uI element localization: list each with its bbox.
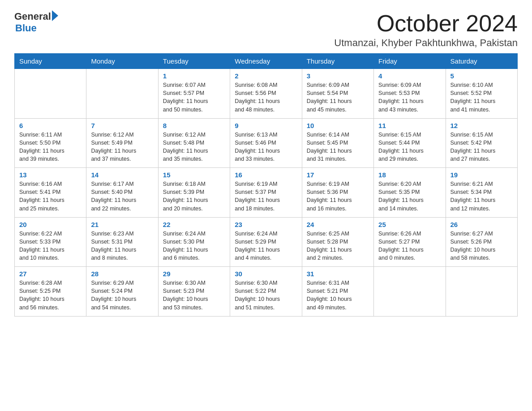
calendar-cell: 15Sunrise: 6:18 AM Sunset: 5:39 PM Dayli… — [158, 168, 230, 218]
calendar-cell: 27Sunrise: 6:28 AM Sunset: 5:25 PM Dayli… — [15, 267, 86, 317]
day-info: Sunrise: 6:09 AM Sunset: 5:53 PM Dayligh… — [378, 81, 441, 114]
day-info: Sunrise: 6:08 AM Sunset: 5:56 PM Dayligh… — [235, 81, 297, 114]
day-number: 19 — [450, 171, 513, 179]
calendar-header-saturday: Saturday — [446, 54, 517, 69]
day-number: 1 — [163, 72, 225, 80]
day-number: 16 — [235, 171, 297, 179]
calendar-cell: 7Sunrise: 6:12 AM Sunset: 5:49 PM Daylig… — [86, 118, 158, 168]
day-number: 29 — [163, 270, 225, 278]
calendar-header-thursday: Thursday — [302, 54, 373, 69]
calendar-cell: 3Sunrise: 6:09 AM Sunset: 5:54 PM Daylig… — [302, 69, 373, 119]
calendar-cell: 22Sunrise: 6:24 AM Sunset: 5:30 PM Dayli… — [158, 217, 230, 267]
calendar-header-friday: Friday — [374, 54, 446, 69]
day-info: Sunrise: 6:12 AM Sunset: 5:48 PM Dayligh… — [163, 131, 225, 163]
calendar-cell: 30Sunrise: 6:30 AM Sunset: 5:22 PM Dayli… — [230, 267, 302, 317]
day-info: Sunrise: 6:24 AM Sunset: 5:30 PM Dayligh… — [163, 230, 225, 262]
calendar-cell: 9Sunrise: 6:13 AM Sunset: 5:46 PM Daylig… — [230, 118, 302, 168]
calendar-cell: 6Sunrise: 6:11 AM Sunset: 5:50 PM Daylig… — [15, 118, 86, 168]
day-number: 14 — [91, 171, 153, 179]
day-info: Sunrise: 6:13 AM Sunset: 5:46 PM Dayligh… — [235, 131, 297, 163]
calendar-header-wednesday: Wednesday — [230, 54, 302, 69]
day-number: 28 — [91, 270, 153, 278]
calendar-header-monday: Monday — [86, 54, 158, 69]
calendar-cell: 31Sunrise: 6:31 AM Sunset: 5:21 PM Dayli… — [302, 267, 373, 317]
day-number: 13 — [19, 171, 82, 179]
day-info: Sunrise: 6:18 AM Sunset: 5:39 PM Dayligh… — [163, 180, 225, 213]
day-number: 30 — [235, 270, 297, 278]
day-number: 8 — [163, 122, 225, 129]
calendar-week-row: 20Sunrise: 6:22 AM Sunset: 5:33 PM Dayli… — [15, 217, 518, 267]
day-info: Sunrise: 6:20 AM Sunset: 5:35 PM Dayligh… — [378, 180, 441, 213]
calendar-cell: 1Sunrise: 6:07 AM Sunset: 5:57 PM Daylig… — [158, 69, 230, 119]
calendar-cell: 17Sunrise: 6:19 AM Sunset: 5:36 PM Dayli… — [302, 168, 373, 218]
calendar-cell — [86, 69, 158, 119]
day-number: 27 — [19, 270, 82, 278]
day-info: Sunrise: 6:10 AM Sunset: 5:52 PM Dayligh… — [450, 81, 513, 114]
day-number: 22 — [163, 221, 225, 228]
calendar-cell: 24Sunrise: 6:25 AM Sunset: 5:28 PM Dayli… — [302, 217, 373, 267]
calendar-cell: 21Sunrise: 6:23 AM Sunset: 5:31 PM Dayli… — [86, 217, 158, 267]
day-info: Sunrise: 6:11 AM Sunset: 5:50 PM Dayligh… — [19, 131, 82, 163]
day-number: 23 — [235, 221, 297, 228]
day-number: 18 — [378, 171, 441, 179]
calendar-cell: 29Sunrise: 6:30 AM Sunset: 5:23 PM Dayli… — [158, 267, 230, 317]
calendar-header-tuesday: Tuesday — [158, 54, 230, 69]
calendar-header-row: SundayMondayTuesdayWednesdayThursdayFrid… — [15, 54, 518, 69]
calendar-cell: 26Sunrise: 6:27 AM Sunset: 5:26 PM Dayli… — [446, 217, 517, 267]
day-number: 25 — [378, 221, 441, 228]
day-number: 20 — [19, 221, 82, 228]
day-info: Sunrise: 6:23 AM Sunset: 5:31 PM Dayligh… — [91, 230, 153, 262]
day-number: 26 — [450, 221, 513, 228]
calendar-cell: 2Sunrise: 6:08 AM Sunset: 5:56 PM Daylig… — [230, 69, 302, 119]
day-info: Sunrise: 6:19 AM Sunset: 5:37 PM Dayligh… — [235, 180, 297, 213]
day-info: Sunrise: 6:27 AM Sunset: 5:26 PM Dayligh… — [450, 230, 513, 262]
day-info: Sunrise: 6:26 AM Sunset: 5:27 PM Dayligh… — [378, 230, 441, 262]
calendar-week-row: 27Sunrise: 6:28 AM Sunset: 5:25 PM Dayli… — [15, 267, 518, 317]
day-number: 24 — [307, 221, 369, 228]
calendar-week-row: 1Sunrise: 6:07 AM Sunset: 5:57 PM Daylig… — [15, 69, 518, 119]
calendar-week-row: 6Sunrise: 6:11 AM Sunset: 5:50 PM Daylig… — [15, 118, 518, 168]
day-info: Sunrise: 6:29 AM Sunset: 5:24 PM Dayligh… — [91, 279, 153, 312]
day-info: Sunrise: 6:12 AM Sunset: 5:49 PM Dayligh… — [91, 131, 153, 163]
day-number: 15 — [163, 171, 225, 179]
logo-general-text: General — [14, 11, 51, 22]
day-info: Sunrise: 6:21 AM Sunset: 5:34 PM Dayligh… — [450, 180, 513, 213]
title-section: October 2024 Utmanzai, Khyber Pakhtunkhw… — [334, 11, 518, 49]
day-info: Sunrise: 6:17 AM Sunset: 5:40 PM Dayligh… — [91, 180, 153, 213]
day-number: 5 — [450, 72, 513, 80]
day-number: 2 — [235, 72, 297, 80]
day-number: 17 — [307, 171, 369, 179]
day-info: Sunrise: 6:22 AM Sunset: 5:33 PM Dayligh… — [19, 230, 82, 262]
day-number: 11 — [378, 122, 441, 129]
day-number: 9 — [235, 122, 297, 129]
day-number: 6 — [19, 122, 82, 129]
day-info: Sunrise: 6:28 AM Sunset: 5:25 PM Dayligh… — [19, 279, 82, 312]
day-info: Sunrise: 6:15 AM Sunset: 5:42 PM Dayligh… — [450, 131, 513, 163]
calendar-cell: 28Sunrise: 6:29 AM Sunset: 5:24 PM Dayli… — [86, 267, 158, 317]
calendar-cell: 18Sunrise: 6:20 AM Sunset: 5:35 PM Dayli… — [374, 168, 446, 218]
calendar-cell: 13Sunrise: 6:16 AM Sunset: 5:41 PM Dayli… — [15, 168, 86, 218]
day-number: 10 — [307, 122, 369, 129]
day-info: Sunrise: 6:15 AM Sunset: 5:44 PM Dayligh… — [378, 131, 441, 163]
logo-blue-text: Blue — [15, 22, 37, 34]
page-header: General Blue October 2024 Utmanzai, Khyb… — [14, 11, 518, 49]
calendar-cell — [374, 267, 446, 317]
calendar-cell: 14Sunrise: 6:17 AM Sunset: 5:40 PM Dayli… — [86, 168, 158, 218]
day-info: Sunrise: 6:19 AM Sunset: 5:36 PM Dayligh… — [307, 180, 369, 213]
calendar-cell: 12Sunrise: 6:15 AM Sunset: 5:42 PM Dayli… — [446, 118, 517, 168]
calendar-cell: 16Sunrise: 6:19 AM Sunset: 5:37 PM Dayli… — [230, 168, 302, 218]
day-info: Sunrise: 6:16 AM Sunset: 5:41 PM Dayligh… — [19, 180, 82, 213]
calendar-cell: 25Sunrise: 6:26 AM Sunset: 5:27 PM Dayli… — [374, 217, 446, 267]
calendar-cell: 4Sunrise: 6:09 AM Sunset: 5:53 PM Daylig… — [374, 69, 446, 119]
calendar-cell: 10Sunrise: 6:14 AM Sunset: 5:45 PM Dayli… — [302, 118, 373, 168]
day-number: 12 — [450, 122, 513, 129]
calendar-cell: 23Sunrise: 6:24 AM Sunset: 5:29 PM Dayli… — [230, 217, 302, 267]
calendar-cell: 5Sunrise: 6:10 AM Sunset: 5:52 PM Daylig… — [446, 69, 517, 119]
day-info: Sunrise: 6:14 AM Sunset: 5:45 PM Dayligh… — [307, 131, 369, 163]
calendar-cell: 19Sunrise: 6:21 AM Sunset: 5:34 PM Dayli… — [446, 168, 517, 218]
calendar-cell: 11Sunrise: 6:15 AM Sunset: 5:44 PM Dayli… — [374, 118, 446, 168]
day-info: Sunrise: 6:09 AM Sunset: 5:54 PM Dayligh… — [307, 81, 369, 114]
location-title: Utmanzai, Khyber Pakhtunkhwa, Pakistan — [334, 37, 518, 49]
day-number: 7 — [91, 122, 153, 129]
logo: General Blue — [14, 11, 58, 34]
